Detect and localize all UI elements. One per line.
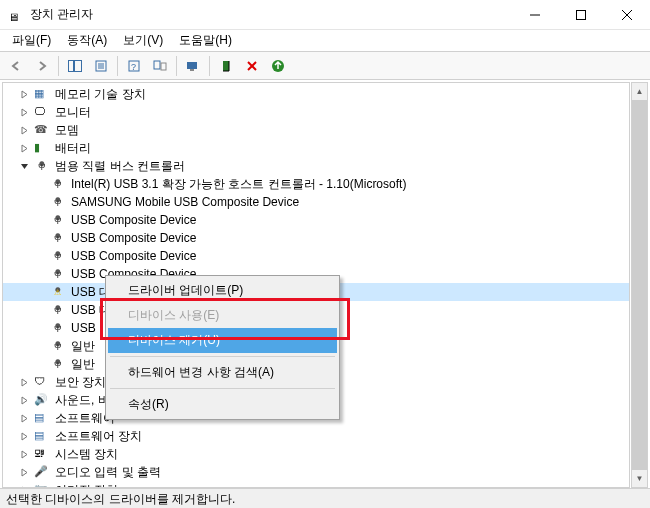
- devices-button[interactable]: [148, 54, 172, 78]
- expander-icon[interactable]: [17, 123, 31, 137]
- separator: [209, 56, 210, 76]
- tree-label: USB Composite Device: [69, 213, 198, 227]
- tree-node-usb-child[interactable]: SAMSUNG Mobile USB Composite Device: [3, 193, 629, 211]
- expander-icon[interactable]: [17, 141, 31, 155]
- tree-node-usb-child[interactable]: USB Composite Device: [3, 211, 629, 229]
- minimize-button[interactable]: [512, 0, 558, 29]
- svg-rect-15: [190, 69, 194, 71]
- vertical-scrollbar[interactable]: ▲ ▼: [631, 82, 648, 488]
- separator: [110, 356, 335, 357]
- help-button[interactable]: ?: [122, 54, 146, 78]
- expander-icon[interactable]: [17, 159, 31, 173]
- audio-icon: [34, 464, 50, 480]
- tree-node-monitor[interactable]: 모니터: [3, 103, 629, 121]
- statusbar: 선택한 디바이스의 드라이버를 제거합니다.: [0, 488, 650, 508]
- expander-icon[interactable]: [17, 393, 31, 407]
- tree-label: 모니터: [53, 104, 93, 121]
- scroll-down-button[interactable]: ▼: [632, 470, 647, 487]
- svg-rect-13: [161, 63, 166, 70]
- tree-node-usb-child[interactable]: Intel(R) USB 3.1 확장 가능한 호스트 컨트롤러 - 1.10(…: [3, 175, 629, 193]
- uninstall-button[interactable]: [240, 54, 264, 78]
- expander-icon[interactable]: [17, 375, 31, 389]
- status-text: 선택한 디바이스의 드라이버를 제거합니다.: [6, 492, 235, 506]
- back-button[interactable]: [4, 54, 28, 78]
- tree-node-audio-io[interactable]: 오디오 입력 및 출력: [3, 463, 629, 481]
- tree-label: 범용 직렬 버스 컨트롤러: [53, 158, 187, 175]
- svg-rect-12: [154, 61, 160, 69]
- tree-node-system[interactable]: 시스템 장치: [3, 445, 629, 463]
- battery-icon: [34, 140, 50, 156]
- svg-rect-4: [69, 60, 74, 71]
- svg-rect-16: [223, 61, 229, 71]
- expander-icon[interactable]: [17, 87, 31, 101]
- system-icon: [34, 446, 50, 462]
- update-driver-button[interactable]: [266, 54, 290, 78]
- shield-icon: [34, 374, 50, 390]
- tree-label: 시스템 장치: [53, 446, 120, 463]
- separator: [110, 388, 335, 389]
- tree-label: 일반: [69, 356, 97, 373]
- software-icon: [34, 410, 50, 426]
- tree-label: 배터리: [53, 140, 93, 157]
- tree-node-usb-child[interactable]: USB Composite Device: [3, 229, 629, 247]
- window-title: 장치 관리자: [30, 6, 512, 23]
- close-button[interactable]: [604, 0, 650, 29]
- tree-label: 소프트웨어 장치: [53, 428, 144, 445]
- titlebar: 장치 관리자: [0, 0, 650, 30]
- usb-warning-icon: [50, 284, 66, 300]
- expander-icon[interactable]: [17, 447, 31, 461]
- usb-icon: [50, 176, 66, 192]
- expander-icon[interactable]: [17, 411, 31, 425]
- memory-icon: [34, 86, 50, 102]
- scroll-up-button[interactable]: ▲: [632, 83, 647, 100]
- svg-text:?: ?: [131, 62, 136, 72]
- toolbar: ?: [0, 52, 650, 80]
- app-icon: [8, 7, 24, 23]
- tree-label: USB Composite Device: [69, 249, 198, 263]
- ctx-uninstall-device[interactable]: 디바이스 제거(U): [108, 328, 337, 353]
- tree-node-soft-device[interactable]: 소프트웨어 장치: [3, 427, 629, 445]
- expander-icon[interactable]: [17, 105, 31, 119]
- tree-label: 사운드, 비: [53, 392, 112, 409]
- scroll-thumb[interactable]: [632, 100, 647, 470]
- svg-rect-14: [187, 62, 197, 69]
- tree-node-imaging[interactable]: 이미징 장치: [3, 481, 629, 488]
- modem-icon: [34, 122, 50, 138]
- expander-icon[interactable]: [17, 429, 31, 443]
- forward-button[interactable]: [30, 54, 54, 78]
- tree-node-usb-controllers[interactable]: 범용 직렬 버스 컨트롤러: [3, 157, 629, 175]
- svg-rect-5: [75, 60, 82, 71]
- tree-node-battery[interactable]: 배터리: [3, 139, 629, 157]
- ctx-update-driver[interactable]: 드라이버 업데이트(P): [108, 278, 337, 303]
- usb-icon: [50, 302, 66, 318]
- tree-node-memory[interactable]: 메모리 기술 장치: [3, 85, 629, 103]
- menu-help[interactable]: 도움말(H): [171, 30, 240, 51]
- menu-action[interactable]: 동작(A): [59, 30, 115, 51]
- tree-label: 오디오 입력 및 출력: [53, 464, 163, 481]
- usb-icon: [50, 338, 66, 354]
- expander-icon[interactable]: [17, 465, 31, 479]
- software-icon: [34, 428, 50, 444]
- window-controls: [512, 0, 650, 29]
- show-hide-tree-button[interactable]: [63, 54, 87, 78]
- usb-icon: [50, 248, 66, 264]
- tree-label: 보안 장치: [53, 374, 108, 391]
- scan-hardware-button[interactable]: [181, 54, 205, 78]
- usb-icon: [50, 194, 66, 210]
- ctx-scan-hardware[interactable]: 하드웨어 변경 사항 검색(A): [108, 360, 337, 385]
- tree-label: USB Composite Device: [69, 231, 198, 245]
- tree-node-modem[interactable]: 모뎀: [3, 121, 629, 139]
- ctx-enable-device[interactable]: 디바이스 사용(E): [108, 303, 337, 328]
- sound-icon: [34, 392, 50, 408]
- menu-view[interactable]: 보기(V): [115, 30, 171, 51]
- maximize-button[interactable]: [558, 0, 604, 29]
- properties-button[interactable]: [89, 54, 113, 78]
- menu-file[interactable]: 파일(F): [4, 30, 59, 51]
- tree-node-usb-child[interactable]: USB Composite Device: [3, 247, 629, 265]
- svg-rect-1: [577, 10, 586, 19]
- tree-label: SAMSUNG Mobile USB Composite Device: [69, 195, 301, 209]
- usb-icon: [50, 266, 66, 282]
- enable-button[interactable]: [214, 54, 238, 78]
- ctx-properties[interactable]: 속성(R): [108, 392, 337, 417]
- tree-label: 일반: [69, 338, 97, 355]
